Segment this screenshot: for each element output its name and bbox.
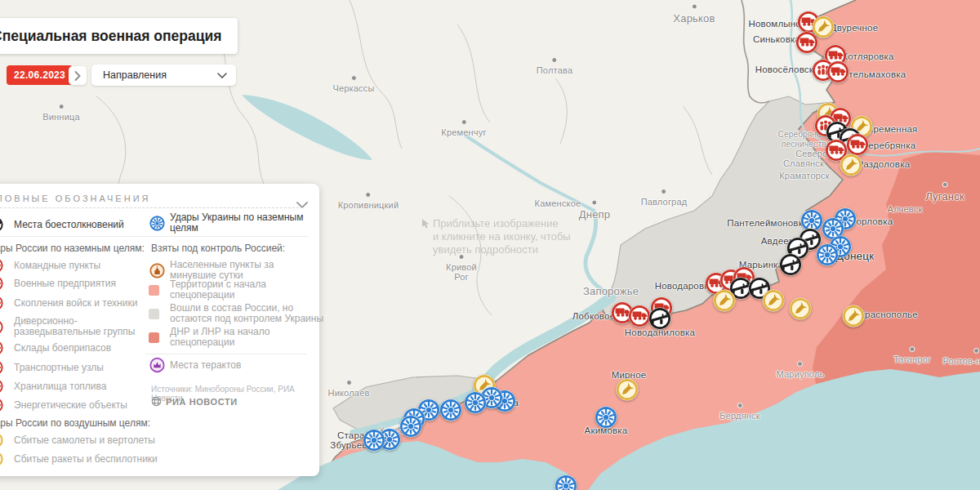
legend-item: Места боестолкновений <box>0 216 124 234</box>
legend-title: УСЛОВНЫЕ ОБОЗНАЧЕНИЯ <box>0 194 151 203</box>
hint-line: и кликните на иконку, чтобы <box>433 230 629 243</box>
map-marker-battle-icon[interactable] <box>648 306 672 331</box>
legend-section-label: Удары России по воздушным целям: <box>0 417 150 429</box>
legend-item: Сбитые самолеты и вертолеты <box>0 432 155 449</box>
territory-dnr-swatch <box>149 332 159 343</box>
legend-item-label: Сбитые ракеты и беспилотники <box>14 454 158 465</box>
legend-item-label: Склады боеприпасов <box>14 343 111 354</box>
transport-hub-icon <box>0 359 4 376</box>
map-marker-ukraine-strike-icon[interactable] <box>463 390 488 415</box>
map-marker-vehicles-icon[interactable] <box>795 30 819 55</box>
map-marker-ukraine-strike-icon[interactable] <box>554 474 578 490</box>
legend-item-label: Военные предприятия <box>14 278 116 289</box>
battle-sites-icon <box>0 216 4 234</box>
directions-dropdown[interactable]: Направления <box>91 65 236 86</box>
legend-item: Энергетические объекты <box>0 397 127 414</box>
legend-section: Удары России по воздушным целям: <box>0 417 150 429</box>
legend-item: Военные предприятия <box>0 275 116 292</box>
ria-globe-icon <box>151 396 162 407</box>
pointer-icon <box>420 218 430 230</box>
legend-item-label: Командные пункты <box>14 261 100 271</box>
legend-item: Командные пункты <box>0 257 100 274</box>
legend-item-label: Места терактов <box>170 360 241 371</box>
legend-section: Взяты под контроль Россией: <box>151 243 285 254</box>
legend-item-label: Места боестолкновений <box>14 220 124 230</box>
map-marker-missile-icon[interactable] <box>841 304 866 328</box>
legend-section-label: Взяты под контроль Россией: <box>151 243 285 254</box>
legend-item: Удары Украины по наземным целям <box>149 212 319 234</box>
map-marker-missile-icon[interactable] <box>788 296 813 321</box>
map-marker-ukraine-strike-icon[interactable] <box>594 405 618 430</box>
territory-gray-swatch <box>149 309 159 319</box>
legend-item: Скопления войск и техники <box>0 295 137 312</box>
legend-item: Сбитые ракеты и беспилотники <box>0 451 158 468</box>
legend-item: Диверсионно-разведывательные группы <box>0 316 136 337</box>
legend-section-label: Удары России по наземным целям: <box>0 243 145 254</box>
legend-item-label: Транспортные узлы <box>14 363 104 373</box>
map-marker-battle-icon[interactable] <box>778 252 803 277</box>
legend-panel: УСЛОВНЫЕ ОБОЗНАЧЕНИЯ Места боестолкновен… <box>0 184 319 476</box>
map-marker-vehicles-icon[interactable] <box>826 60 850 84</box>
legend-item: Территории с начала спецоперации <box>149 279 319 301</box>
chevron-right-icon <box>74 71 81 81</box>
command-post-icon <box>0 257 4 274</box>
legend-item: Транспортные узлы <box>0 359 104 376</box>
brand-row: РИА НОВОСТИ <box>151 396 238 407</box>
legend-section: Удары России по наземным целям: <box>0 243 145 254</box>
hint-line: увидеть подробности <box>433 243 629 256</box>
directions-dropdown-value: Направления <box>103 69 167 81</box>
map-marker-missile-icon[interactable] <box>615 377 639 402</box>
legend-item: Склады боеприпасов <box>0 340 111 357</box>
military-plant-icon <box>0 275 4 292</box>
title-card: Специальная военная операция <box>0 18 238 54</box>
energy-facility-icon <box>0 397 4 414</box>
page-title: Специальная военная операция <box>0 28 221 45</box>
map-marker-missile-icon[interactable] <box>712 288 737 313</box>
map-hint-watermark: Приблизьте изображение и кликните на ико… <box>433 217 629 256</box>
map-marker-ukraine-strike-icon[interactable] <box>399 414 423 439</box>
map-marker-missile-icon[interactable] <box>761 288 786 313</box>
brand-label: РИА НОВОСТИ <box>166 397 238 407</box>
legend-item-label: Скопления войск и техники <box>14 298 137 309</box>
map-marker-ukraine-strike-icon[interactable] <box>815 243 840 267</box>
legend-item: ДНР и ЛНР на начало спецоперации <box>149 327 319 348</box>
chevron-down-icon <box>217 73 227 78</box>
legend-item-label: Диверсионно-разведывательные группы <box>14 316 136 337</box>
legend-item-label: Хранилища топлива <box>14 381 106 392</box>
fuel-storage-icon <box>0 378 4 395</box>
settlement-taken-icon <box>149 262 166 279</box>
legend-item-label: Энергетические объекты <box>14 400 127 411</box>
hint-line: Приблизьте изображение <box>433 217 629 230</box>
legend-divider-dashed <box>0 207 303 208</box>
troops-vehicles-icon <box>0 295 4 312</box>
legend-divider <box>0 236 309 237</box>
map-marker-missile-icon[interactable] <box>839 153 863 177</box>
legend-item-label: ДНР и ЛНР на начало спецоперации <box>170 327 319 348</box>
ukraine-strike-icon <box>149 215 166 232</box>
ammo-depot-icon <box>0 340 4 357</box>
legend-item: Хранилища топлива <box>0 378 106 395</box>
next-date-button[interactable] <box>69 66 87 85</box>
terror-icon <box>149 357 166 374</box>
missile-down-icon <box>0 451 4 468</box>
map-marker-ukraine-strike-icon[interactable] <box>362 428 386 452</box>
territory-pink-swatch <box>149 285 159 296</box>
legend-item-label: Удары Украины по наземным целям <box>170 212 319 234</box>
legend-item: Вошли в состав России, но остаются под к… <box>149 303 325 324</box>
legend-divider <box>145 354 306 354</box>
legend-collapse-button[interactable] <box>296 197 308 212</box>
legend-item-label: Сбитые самолеты и вертолеты <box>14 435 155 446</box>
app-window: Приблизьте изображение и кликните на ико… <box>0 0 980 490</box>
legend-item: Места терактов <box>149 357 241 374</box>
date-badge[interactable]: 22.06.2023 <box>7 65 73 85</box>
legend-item-label: Территории с начала спецоперации <box>170 279 319 301</box>
saboteur-group-icon <box>0 318 4 336</box>
aircraft-down-icon <box>0 432 4 449</box>
legend-item-label: Вошли в состав России, но остаются под к… <box>170 303 325 324</box>
map-marker-ukraine-strike-icon[interactable] <box>439 398 463 422</box>
